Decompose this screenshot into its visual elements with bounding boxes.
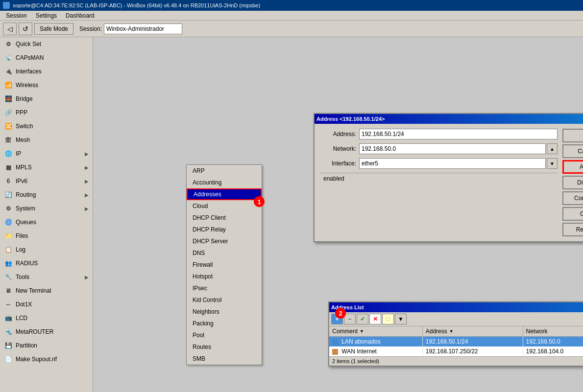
menu-dashboard[interactable]: Dashboard xyxy=(62,12,98,20)
sidebar-label-new-terminal: New Terminal xyxy=(16,287,51,294)
menu-session[interactable]: Session xyxy=(2,12,31,20)
sidebar-item-files[interactable]: 📁 Files xyxy=(0,229,93,243)
disable-list-button[interactable]: ✕ xyxy=(369,314,381,324)
submenu-packing[interactable]: Packing xyxy=(187,318,262,329)
wireless-icon: 📶 xyxy=(4,81,13,90)
sidebar-label-ip: IP xyxy=(16,150,21,157)
row2-network: 192.168.104.0 xyxy=(523,346,583,356)
terminal-icon: 🖥 xyxy=(4,286,13,295)
col-address: Address▼ xyxy=(422,326,523,337)
tools-arrow-icon: ▶ xyxy=(85,275,89,280)
menu-settings[interactable]: Settings xyxy=(32,12,61,20)
sidebar-item-switch[interactable]: 🔀 Switch xyxy=(0,119,93,133)
supout-icon: 📄 xyxy=(4,355,13,364)
interface-input[interactable] xyxy=(359,158,546,169)
delete-button[interactable]: − xyxy=(344,314,356,324)
sidebar-item-tools[interactable]: 🔧 Tools ▶ xyxy=(0,270,93,284)
filter-button[interactable]: ▼ xyxy=(395,314,407,324)
ppp-icon: 🔗 xyxy=(4,108,13,117)
sidebar-item-ipv6[interactable]: 6 IPv6 ▶ xyxy=(0,174,93,188)
log-icon: 📋 xyxy=(4,245,13,254)
safe-mode-button[interactable]: Safe Mode xyxy=(34,23,73,35)
sidebar-item-mesh[interactable]: 🕸 Mesh xyxy=(0,133,93,147)
submenu-ipsec[interactable]: IPsec xyxy=(187,282,262,294)
back-button[interactable]: ◁ xyxy=(3,23,17,35)
sidebar-item-wireless[interactable]: 📶 Wireless xyxy=(0,78,93,92)
submenu-firewall[interactable]: Firewall xyxy=(187,259,262,271)
sidebar-label-queues: Queues xyxy=(16,219,36,226)
submenu-pool[interactable]: Pool xyxy=(187,329,262,341)
submenu-kid-control[interactable]: Kid Control xyxy=(187,294,262,306)
sidebar-label-lcd: LCD xyxy=(16,315,27,322)
submenu-routes[interactable]: Routes xyxy=(187,341,262,353)
sidebar-item-mpls[interactable]: ▦ MPLS ▶ xyxy=(0,161,93,174)
address-input[interactable] xyxy=(359,129,558,139)
row1-icon xyxy=(332,339,338,345)
copy-list-button[interactable]: □ xyxy=(382,314,394,324)
sidebar-label-radius: RADIUS xyxy=(16,260,38,267)
sidebar-label-capsman: CAPsMAN xyxy=(16,54,44,61)
sidebar-item-queues[interactable]: 🌀 Queues xyxy=(0,215,93,229)
sidebar-item-dot1x[interactable]: ↔ Dot1X xyxy=(0,298,93,311)
capsman-icon: 📡 xyxy=(4,53,13,62)
sidebar-item-partition[interactable]: 💾 Partition xyxy=(0,339,93,352)
network-dropdown-btn[interactable]: ▲ xyxy=(547,143,558,154)
sidebar-item-log[interactable]: 📋 Log xyxy=(0,243,93,256)
submenu-hotspot[interactable]: Hotspot xyxy=(187,271,262,282)
ip-icon: 🌐 xyxy=(4,149,13,158)
table-header-row: Comment▼ Address▼ Network Interface ▼ xyxy=(329,326,583,337)
submenu-dhcp-relay[interactable]: DHCP Relay xyxy=(187,224,262,235)
sidebar-item-ppp[interactable]: 🔗 PPP xyxy=(0,106,93,119)
address-list-table: Comment▼ Address▼ Network Interface ▼ xyxy=(329,326,583,356)
network-input-group: ▲ xyxy=(359,143,558,154)
address-dialog-title: Address <192.168.50.1/24> xyxy=(316,116,583,122)
network-row: Network: ▲ xyxy=(319,143,558,154)
sidebar-item-routing[interactable]: 🔄 Routing ▶ xyxy=(0,188,93,202)
sidebar-item-ip[interactable]: 🌐 IP ▶ xyxy=(0,147,93,161)
sidebar-item-interfaces[interactable]: 🔌 Interfaces xyxy=(0,65,93,78)
session-input[interactable] xyxy=(104,23,182,34)
sidebar-item-capsman[interactable]: 📡 CAPsMAN xyxy=(0,51,93,65)
sidebar-item-metarouter[interactable]: 🔩 MetaROUTER xyxy=(0,325,93,339)
lcd-icon: 📺 xyxy=(4,314,13,323)
copy-button[interactable]: Copy xyxy=(562,207,583,221)
sidebar-item-system[interactable]: ⚙ System ▶ xyxy=(0,202,93,215)
cancel-button[interactable]: Cancel xyxy=(562,144,583,158)
table-row[interactable]: LAN abonados 192.168.50.1/24 192.168.50.… xyxy=(329,337,583,347)
switch-icon: 🔀 xyxy=(4,122,13,131)
apply-button[interactable]: Apply xyxy=(562,160,583,174)
interfaces-icon: 🔌 xyxy=(4,67,13,76)
submenu-dns[interactable]: DNS xyxy=(187,247,262,259)
comment-button[interactable]: Comment xyxy=(562,191,583,205)
submenu-dhcp-server[interactable]: DHCP Server xyxy=(187,235,262,247)
refresh-button[interactable]: ↺ xyxy=(19,23,32,35)
sidebar-item-bridge[interactable]: 🌉 Bridge xyxy=(0,92,93,106)
sidebar-item-make-supout[interactable]: 📄 Make Supout.rif xyxy=(0,352,93,366)
submenu-smb[interactable]: SMB xyxy=(187,353,262,365)
sidebar-item-new-terminal[interactable]: 🖥 New Terminal xyxy=(0,284,93,298)
sidebar-item-quickset[interactable]: ⚙ Quick Set xyxy=(0,37,93,51)
address-list-toolbar: + − ✓ ✕ □ ▼ xyxy=(329,312,583,326)
network-input[interactable] xyxy=(359,143,546,154)
submenu-accounting[interactable]: Accounting xyxy=(187,177,262,188)
submenu-neighbors[interactable]: Neighbors xyxy=(187,306,262,318)
col-network: Network xyxy=(523,326,583,337)
sidebar-label-ppp: PPP xyxy=(16,109,27,116)
submenu-addresses[interactable]: Addresses xyxy=(187,188,262,200)
routing-arrow-icon: ▶ xyxy=(85,192,89,198)
disable-button[interactable]: Disable xyxy=(562,176,583,189)
remove-button[interactable]: Remove xyxy=(562,223,583,236)
submenu-arp[interactable]: ARP xyxy=(187,165,262,177)
app-icon xyxy=(3,2,10,9)
table-row[interactable]: WAN Internet 192.168.107.250/22 192.168.… xyxy=(329,346,583,356)
submenu-cloud[interactable]: Cloud xyxy=(187,200,262,212)
ok-button[interactable]: OK xyxy=(562,129,583,142)
sidebar-item-radius[interactable]: 👥 RADIUS xyxy=(0,256,93,270)
address-dialog-body: Address: Network: ▲ Interface: xyxy=(315,124,583,241)
address-row: Address: xyxy=(319,129,558,139)
submenu-dhcp-client[interactable]: DHCP Client xyxy=(187,212,262,224)
row1-comment: LAN abonados xyxy=(329,337,422,347)
sidebar-item-lcd[interactable]: 📺 LCD xyxy=(0,311,93,325)
enable-button[interactable]: ✓ xyxy=(357,314,368,324)
interface-dropdown-btn[interactable]: ▼ xyxy=(547,158,558,169)
